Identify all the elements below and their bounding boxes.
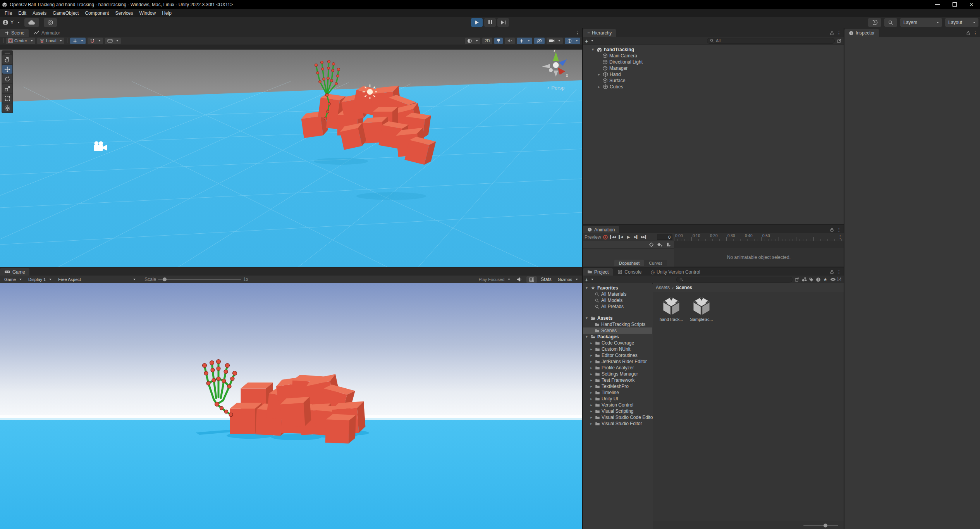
scene-viewport[interactable]: y x ‹ Persp [0, 45, 582, 267]
project-search-box[interactable] [676, 277, 793, 283]
hierarchy-item-directional-light[interactable]: Directional Light [583, 59, 844, 65]
tab-hierarchy[interactable]: ≡ Hierarchy [583, 29, 616, 37]
expander-icon[interactable]: ▸ [589, 384, 593, 388]
add-object-dropdown[interactable]: + [585, 38, 593, 44]
search-button[interactable] [884, 18, 897, 27]
add-keyframe-filled-icon[interactable] [657, 242, 663, 247]
expander-icon[interactable]: ▸ [589, 347, 593, 351]
menu-services[interactable]: Services [112, 9, 136, 17]
lock-icon[interactable] [829, 31, 834, 36]
slider-handle[interactable] [824, 524, 827, 527]
account-dropdown[interactable]: Y [2, 19, 20, 26]
project-search-input[interactable] [685, 277, 790, 282]
expander-icon[interactable]: ▸ [589, 403, 593, 407]
open-search-window-icon[interactable] [794, 277, 799, 282]
record-icon[interactable] [603, 234, 608, 240]
scale-tool-button[interactable] [2, 84, 12, 93]
expander-icon[interactable]: ▸ [589, 341, 593, 345]
toolbar-grip[interactable] [3, 38, 3, 43]
ruler-kebab-icon[interactable]: ⋮ [838, 234, 842, 239]
stats-toggle[interactable]: Stats [541, 277, 551, 282]
scene-orientation-gizmo[interactable]: y x ‹ Persp [536, 48, 575, 94]
rect-tool-button[interactable] [2, 94, 12, 103]
game-display-target-dropdown[interactable]: Game [2, 276, 24, 283]
scale-slider[interactable] [158, 277, 241, 281]
tool-handle-pivot-dropdown[interactable]: Center [6, 38, 35, 44]
directional-light-gizmo-icon[interactable] [363, 84, 377, 99]
tab-animator[interactable]: Animator [29, 29, 64, 37]
scene-menu-kebab-icon[interactable]: ⋮ [575, 31, 580, 36]
search-by-importlog-icon[interactable] [816, 277, 821, 282]
menu-file[interactable]: File [2, 9, 15, 17]
next-frame-button[interactable]: ▶▌ [633, 234, 640, 240]
scale-slider-handle[interactable] [163, 277, 167, 281]
expander-icon[interactable]: ▸ [589, 397, 593, 401]
shading-mode-dropdown[interactable] [465, 38, 480, 44]
menu-edit[interactable]: Edit [15, 9, 29, 17]
display-dropdown[interactable]: Display 1 [26, 276, 54, 283]
search-by-label-icon[interactable] [809, 277, 814, 282]
layers-dropdown[interactable]: Layers [900, 18, 942, 27]
expander-icon[interactable]: ▸ [589, 372, 593, 376]
tree-all-models[interactable]: All Models [583, 297, 652, 303]
vsync-toggle[interactable] [526, 276, 537, 283]
tree-all-materials[interactable]: All Materials [583, 291, 652, 297]
hierarchy-item-main-camera[interactable]: Main Camera [583, 53, 844, 59]
expander-icon[interactable]: ▸ [589, 391, 593, 395]
game-viewport[interactable] [0, 283, 582, 529]
tree-package[interactable]: ▸Visual Studio Code Editor [583, 414, 652, 420]
undo-history-button[interactable] [868, 18, 881, 27]
tree-package[interactable]: ▸Profile Analyzer [583, 365, 652, 371]
frame-field[interactable]: 0 [657, 234, 672, 240]
tab-project[interactable]: Project [583, 268, 613, 276]
expander-icon[interactable]: ▸ [589, 353, 593, 357]
effects-dropdown[interactable] [517, 38, 532, 44]
tab-scene[interactable]: Scene [0, 29, 29, 37]
tree-assets-root[interactable]: ▼ Assets [583, 315, 652, 321]
expander-icon[interactable]: ▸ [589, 360, 593, 364]
favorites-star-icon[interactable]: ★ [823, 277, 828, 282]
goto-end-button[interactable]: ▶▶▌ [641, 234, 647, 240]
tree-scenes-selected[interactable]: Scenes [583, 327, 652, 334]
tab-dopesheet[interactable]: Dopesheet [614, 260, 644, 266]
expander-icon[interactable]: ▸ [589, 415, 593, 419]
snap-toggle[interactable] [88, 38, 103, 44]
add-event-icon[interactable] [666, 242, 671, 247]
toolbar-grip[interactable] [67, 38, 67, 43]
tab-game[interactable]: Game [0, 268, 29, 276]
menu-component[interactable]: Component [82, 9, 112, 17]
tree-package[interactable]: ▸Version Control [583, 402, 652, 408]
audio-toggle[interactable] [505, 38, 515, 44]
hierarchy-scene-root[interactable]: ▼ handTracking [583, 47, 844, 53]
menu-gameobject[interactable]: GameObject [50, 9, 82, 17]
pick-window-icon[interactable] [837, 38, 842, 43]
expander-icon[interactable]: ▼ [585, 286, 589, 290]
rotate-tool-button[interactable] [2, 74, 12, 83]
expander-icon[interactable]: ▸ [597, 85, 601, 89]
gizmos-dropdown-game[interactable]: Gizmos [555, 276, 580, 283]
lock-icon[interactable] [829, 269, 834, 274]
mute-audio-icon[interactable] [516, 277, 523, 282]
tree-package[interactable]: ▸Visual Scripting [583, 408, 652, 414]
hierarchy-search-box[interactable] [707, 38, 835, 44]
tree-package[interactable]: ▸Timeline [583, 389, 652, 396]
expander-icon[interactable]: ▼ [585, 316, 589, 320]
gizmos-dropdown-scene[interactable] [565, 38, 580, 44]
hierarchy-item-surface[interactable]: Surface [583, 78, 844, 84]
expander-icon[interactable]: ▼ [585, 335, 589, 339]
tab-curves[interactable]: Curves [644, 260, 667, 266]
lock-icon[interactable] [966, 31, 971, 36]
tree-package[interactable]: ▸Editor Coroutines [583, 352, 652, 358]
tab-unity-version-control[interactable]: ◎ Unity Version Control [646, 268, 704, 276]
cloud-services-button[interactable] [24, 18, 39, 27]
expander-icon[interactable]: ▸ [589, 422, 593, 426]
preview-toggle[interactable]: Preview [585, 234, 601, 240]
hierarchy-menu-kebab-icon[interactable]: ⋮ [837, 31, 841, 36]
expander-icon[interactable]: ▸ [597, 72, 601, 76]
toolstrip-handle[interactable] [5, 51, 10, 54]
pause-button[interactable] [484, 18, 496, 27]
play-button[interactable] [471, 18, 483, 27]
tree-packages-root[interactable]: ▼ Packages [583, 334, 652, 340]
tree-package[interactable]: ▸TextMeshPro [583, 383, 652, 389]
asset-tile-handtracking[interactable]: handTrack... [657, 296, 685, 322]
